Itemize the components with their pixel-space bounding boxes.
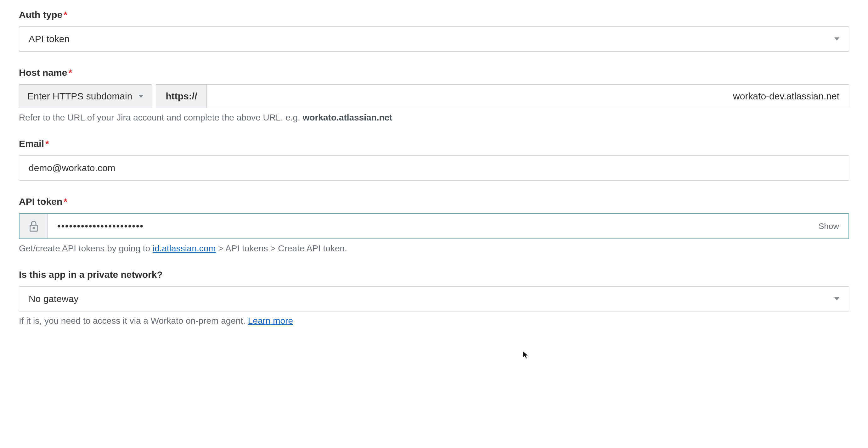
private-network-helper: If it is, you need to access it via a Wo… xyxy=(19,316,849,326)
api-token-label-text: API token xyxy=(19,196,62,207)
svg-point-1 xyxy=(33,227,34,229)
chevron-down-icon xyxy=(138,95,144,98)
url-input-wrapper: https:// xyxy=(156,84,849,108)
private-network-select[interactable]: No gateway xyxy=(19,286,849,312)
show-token-button[interactable]: Show xyxy=(809,214,848,238)
api-token-field: API token* Show Get/create API tokens by… xyxy=(19,196,849,254)
lock-icon xyxy=(28,220,39,232)
api-token-row: Show xyxy=(19,213,849,239)
api-token-helper-suffix: > API tokens > Create API token. xyxy=(216,244,347,253)
chevron-down-icon xyxy=(834,297,839,300)
api-token-helper: Get/create API tokens by going to id.atl… xyxy=(19,244,849,254)
lock-icon-cell xyxy=(20,214,48,238)
host-name-label: Host name* xyxy=(19,67,849,78)
api-token-helper-prefix: Get/create API tokens by going to xyxy=(19,244,153,253)
private-network-field: Is this app in a private network? No gat… xyxy=(19,269,849,326)
email-field: Email* xyxy=(19,138,849,181)
https-prefix: https:// xyxy=(156,84,207,108)
learn-more-link[interactable]: Learn more xyxy=(248,316,293,326)
auth-type-value: API token xyxy=(29,34,69,44)
auth-type-field: Auth type* API token xyxy=(19,9,849,52)
required-indicator: * xyxy=(64,9,67,20)
https-prefix-text: https:// xyxy=(165,91,197,102)
email-input[interactable] xyxy=(19,155,849,181)
private-network-label: Is this app in a private network? xyxy=(19,269,849,280)
subdomain-type-select[interactable]: Enter HTTPS subdomain xyxy=(19,84,152,108)
api-token-input[interactable] xyxy=(48,214,809,238)
subdomain-selector-label: Enter HTTPS subdomain xyxy=(27,91,132,102)
host-name-input[interactable] xyxy=(207,84,849,108)
atlassian-id-link[interactable]: id.atlassian.com xyxy=(153,244,216,253)
host-name-helper-prefix: Refer to the URL of your Jira account an… xyxy=(19,113,303,122)
required-indicator: * xyxy=(64,196,67,207)
host-name-row: Enter HTTPS subdomain https:// xyxy=(19,84,849,108)
email-label: Email* xyxy=(19,138,849,149)
private-network-helper-prefix: If it is, you need to access it via a Wo… xyxy=(19,316,248,326)
email-label-text: Email xyxy=(19,138,44,149)
show-label: Show xyxy=(818,222,839,231)
api-token-label: API token* xyxy=(19,196,849,207)
private-network-value: No gateway xyxy=(29,293,79,304)
host-name-helper: Refer to the URL of your Jira account an… xyxy=(19,113,849,123)
private-network-label-text: Is this app in a private network? xyxy=(19,269,163,280)
required-indicator: * xyxy=(45,138,49,149)
host-name-field: Host name* Enter HTTPS subdomain https:/… xyxy=(19,67,849,123)
auth-type-select[interactable]: API token xyxy=(19,26,849,52)
auth-type-label-text: Auth type xyxy=(19,9,62,20)
host-name-label-text: Host name xyxy=(19,67,67,78)
auth-type-label: Auth type* xyxy=(19,9,849,20)
chevron-down-icon xyxy=(834,37,839,40)
required-indicator: * xyxy=(68,67,72,78)
host-name-helper-example: workato.atlassian.net xyxy=(303,113,393,122)
